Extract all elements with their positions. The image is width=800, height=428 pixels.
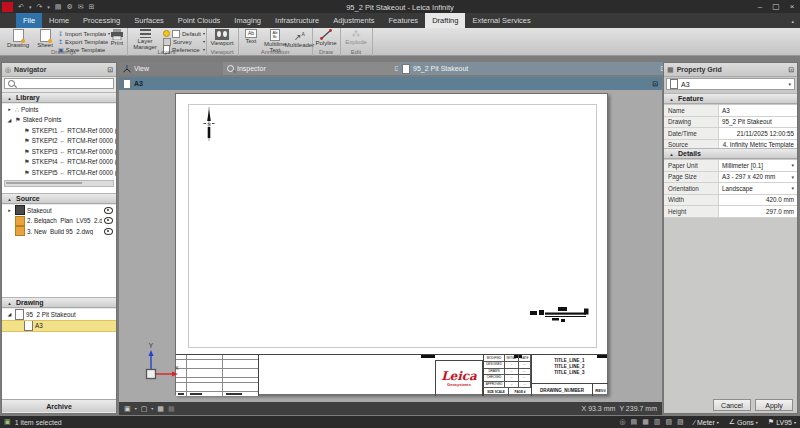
- drawing-button[interactable]: Drawing: [4, 29, 32, 48]
- explode-button[interactable]: ⁂ Explode: [344, 29, 368, 45]
- archive-icon[interactable]: ▤: [55, 3, 62, 11]
- undo-icon[interactable]: ↶: [18, 3, 24, 11]
- polyline-button[interactable]: Polyline: [315, 29, 337, 46]
- tab-point-clouds[interactable]: Point Clouds: [171, 13, 228, 28]
- undo-dropdown-icon[interactable]: ▾: [29, 4, 32, 10]
- property-grid-toggle-icon[interactable]: ▦: [642, 418, 649, 426]
- archive-section-header[interactable]: Archive: [2, 399, 116, 412]
- property-row-name[interactable]: Name A3: [664, 105, 797, 117]
- tree-item-stakept1[interactable]: ⚑ STKEPt1 ← RTCM-Ref 0000 (07/10/: [2, 125, 116, 136]
- tab-drafting[interactable]: Drafting: [425, 13, 465, 28]
- redo-dropdown-icon[interactable]: ▾: [47, 4, 50, 10]
- visibility-eye-icon[interactable]: [104, 217, 113, 224]
- tab-infrastructure[interactable]: Infrastructure: [268, 13, 326, 28]
- copy-view-dropdown-icon[interactable]: ▾: [151, 406, 153, 411]
- visibility-eye-icon[interactable]: [104, 228, 113, 235]
- navigator-pin-icon[interactable]: ⊡: [107, 66, 113, 74]
- tree-item-staked-points[interactable]: ◢ ⚑ Staked Points: [2, 115, 116, 126]
- tree-item-stakept3[interactable]: ⚑ STKEPt3 ← RTCM-Ref 0000 (07/10/: [2, 146, 116, 157]
- inspector-toggle-icon[interactable]: ▤: [631, 418, 638, 426]
- property-row-width[interactable]: Width 420.0 mm: [664, 195, 797, 207]
- a3-pin-icon[interactable]: ⊡: [652, 80, 658, 88]
- expander-icon[interactable]: ▸: [6, 207, 13, 213]
- layers-toggle-icon[interactable]: ▥: [654, 418, 661, 426]
- a3-paper-sheet[interactable]: N: [175, 93, 608, 395]
- tab-adjustments[interactable]: Adjustments: [326, 13, 381, 28]
- angle-unit-selector[interactable]: ∠ Gons ▾: [729, 418, 758, 426]
- redo-icon[interactable]: ↷: [36, 3, 42, 11]
- tab-stakeout-active[interactable]: 95_2 Pit Stakeout ⊡: [398, 62, 670, 75]
- tab-view[interactable]: View: [119, 62, 229, 75]
- expander-icon[interactable]: ◢: [6, 117, 13, 123]
- multileader-button[interactable]: ↗A Multileader: [288, 29, 311, 48]
- import-template-button[interactable]: ↧ Import Template ▾: [58, 30, 110, 37]
- archive-toggle-icon[interactable]: ▨: [677, 418, 684, 426]
- expander-icon[interactable]: ◢: [6, 311, 13, 317]
- property-row-orientation[interactable]: Orientation Landscape▾: [664, 183, 797, 195]
- tree-item-points[interactable]: ▸ ∴ Points: [2, 104, 116, 115]
- property-row-height[interactable]: Height 297.0 mm: [664, 206, 797, 218]
- tree-item-stakeout[interactable]: ▸ Stakeout: [2, 205, 116, 216]
- text-button[interactable]: Ab Text: [241, 29, 261, 44]
- dropdown-icon[interactable]: ▾: [791, 174, 794, 180]
- tree-item-drawing-project[interactable]: ◢ 95_2 Pit Stakeout: [2, 309, 116, 320]
- tab-external-services[interactable]: External Services: [465, 13, 537, 28]
- mail-icon[interactable]: ✉: [78, 3, 84, 11]
- dropdown-icon[interactable]: ▾: [791, 185, 794, 191]
- viewport-button[interactable]: Viewport: [210, 29, 234, 46]
- report-toggle-icon[interactable]: ▧: [665, 418, 672, 426]
- drawing-canvas[interactable]: N: [119, 90, 662, 402]
- tab-inspector[interactable]: Inspector ⊡: [223, 62, 404, 75]
- drawing-section-header[interactable]: ▴ Drawing: [2, 297, 116, 308]
- scrollbar-thumb[interactable]: [6, 182, 82, 184]
- tab-file[interactable]: File: [16, 13, 42, 28]
- grid-toggle-button[interactable]: ▦: [157, 405, 164, 413]
- tree-item-a3-sheet-selected[interactable]: A3: [2, 320, 116, 333]
- library-horizontal-scrollbar[interactable]: [4, 180, 114, 187]
- cancel-button[interactable]: Cancel: [713, 399, 751, 411]
- export-template-button[interactable]: ↥ Export Template: [58, 38, 110, 45]
- tree-item-dwg-newbuild[interactable]: 3. New_Build 95_2.dwg: [2, 226, 116, 237]
- tree-item-stakept5[interactable]: ⚑ STKEPt5 ← RTCM-Ref 0000 (07/10/: [2, 167, 116, 178]
- tree-item-dwg-belgach[interactable]: 2. Belgach_Plan_LV95_2.dwg: [2, 216, 116, 227]
- default-layer-selector[interactable]: Default ▾: [163, 30, 205, 37]
- distance-unit-selector[interactable]: ∕ Meter ▾: [694, 419, 719, 426]
- navigator-search-input[interactable]: [4, 78, 114, 89]
- close-button[interactable]: ×: [784, 2, 800, 11]
- collapse-ribbon-icon[interactable]: ▴: [791, 18, 794, 24]
- survey-layer-button[interactable]: Survey ▾: [163, 38, 205, 45]
- tree-item-stakept2[interactable]: ⚑ STKEPt2 ← RTCM-Ref 0000 (07/10/: [2, 136, 116, 147]
- restore-button[interactable]: ▢: [768, 2, 784, 11]
- minimize-button[interactable]: –: [752, 2, 768, 11]
- property-row-drawing[interactable]: Drawing 95_2 Pit Stakeout: [664, 117, 797, 129]
- fill-style-dropdown-icon[interactable]: ▾: [135, 406, 137, 411]
- property-row-paper-unit[interactable]: Paper Unit Millimeter [0.1]▾: [664, 160, 797, 172]
- property-row-datetime[interactable]: Date/Time 21/11/2025 12:00:55: [664, 128, 797, 140]
- settings-icon[interactable]: ⚙: [66, 3, 72, 11]
- property-grid-pin-icon[interactable]: ⊡: [788, 66, 794, 74]
- visibility-eye-icon[interactable]: [104, 207, 113, 214]
- tab-features[interactable]: Features: [382, 13, 426, 28]
- print-button[interactable]: Print: [108, 29, 126, 46]
- tab-processing[interactable]: Processing: [76, 13, 127, 28]
- copy-view-button[interactable]: ▢: [141, 405, 148, 413]
- feature-section-header[interactable]: ▴ Feature: [664, 93, 797, 104]
- tab-imaging[interactable]: Imaging: [227, 13, 268, 28]
- details-section-header[interactable]: ▴ Details: [664, 148, 797, 159]
- feature-selector-dropdown[interactable]: A3 ▾: [666, 78, 795, 90]
- source-section-header[interactable]: ▴ Source: [2, 193, 116, 204]
- fill-style-button[interactable]: ▣: [124, 405, 131, 413]
- layer-manager-button[interactable]: Layer Manager: [130, 29, 160, 50]
- library-section-header[interactable]: ▴ Library: [2, 92, 116, 103]
- modules-icon[interactable]: ⊞: [89, 3, 95, 11]
- tab-home[interactable]: Home: [42, 13, 76, 28]
- property-row-page-size[interactable]: Page Size A3 - 297 x 420 mm▾: [664, 172, 797, 184]
- a3-sheet-bar[interactable]: A3 ⊡: [119, 77, 662, 90]
- tree-item-stakept4[interactable]: ⚑ STKEPt4 ← RTCM-Ref 0000 (07/10/: [2, 157, 116, 168]
- dropdown-icon[interactable]: ▾: [791, 162, 794, 168]
- navigator-toggle-icon[interactable]: ◎: [620, 418, 626, 426]
- expander-icon[interactable]: ▸: [6, 106, 13, 112]
- crs-selector[interactable]: ⚑ LV95 ▾: [768, 418, 796, 426]
- tab-surfaces[interactable]: Surfaces: [127, 13, 171, 28]
- snap-toggle-button[interactable]: ▦: [168, 405, 175, 413]
